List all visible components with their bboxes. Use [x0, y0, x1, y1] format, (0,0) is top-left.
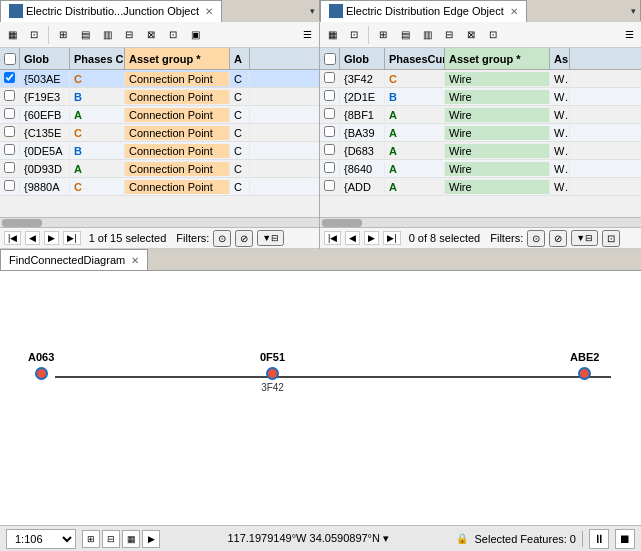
diagram-content: A063 0F51 3F42 ABE2	[0, 271, 641, 525]
left-tool-6[interactable]: ⊟	[119, 25, 139, 45]
left-hscroll[interactable]	[0, 217, 319, 227]
table-row[interactable]: {D683 A Wire Wi	[320, 142, 641, 160]
left-col-a[interactable]: A	[230, 48, 250, 69]
right-col-glob[interactable]: Glob	[340, 48, 385, 69]
coord-dropdown[interactable]: ▾	[383, 532, 389, 544]
right-filter-btn-3[interactable]: ▼⊟	[571, 230, 598, 246]
left-nav-last[interactable]: ▶|	[63, 231, 80, 245]
left-tool-9[interactable]: ▣	[185, 25, 205, 45]
left-tool-1[interactable]: ▦	[2, 25, 22, 45]
node-abe2[interactable]: ABE2	[570, 351, 599, 380]
left-tab-close[interactable]: ✕	[205, 6, 213, 17]
left-col-glob[interactable]: Glob	[20, 48, 70, 69]
table-row[interactable]: {BA39 A Wire Wi	[320, 124, 641, 142]
row-check[interactable]	[4, 108, 15, 119]
node-0f51-sublabel: 3F42	[261, 382, 284, 393]
right-tool-7[interactable]: ⊠	[461, 25, 481, 45]
table-row[interactable]: {3F42 C Wire Wi	[320, 70, 641, 88]
left-tool-menu[interactable]: ☰	[297, 25, 317, 45]
right-filter-btn-1[interactable]: ⊙	[527, 230, 545, 247]
left-tool-3[interactable]: ⊞	[53, 25, 73, 45]
right-tool-5[interactable]: ▥	[417, 25, 437, 45]
right-col-asset[interactable]: Asset group *	[445, 48, 550, 69]
row-check[interactable]	[324, 72, 335, 83]
left-tool-8[interactable]: ⊡	[163, 25, 183, 45]
right-hscroll[interactable]	[320, 217, 641, 227]
right-tab-close[interactable]: ✕	[510, 6, 518, 17]
right-tool-6[interactable]: ⊟	[439, 25, 459, 45]
left-toolbar: ▦ ⊡ ⊞ ▤ ▥ ⊟ ⊠ ⊡ ▣ ☰	[0, 22, 319, 48]
table-row[interactable]: {F19E3 B Connection Point C	[0, 88, 319, 106]
row-check[interactable]	[4, 90, 15, 101]
table-row[interactable]: {9880A C Connection Point C	[0, 178, 319, 196]
right-nav-first[interactable]: |◀	[324, 231, 341, 245]
row-check[interactable]	[324, 90, 335, 101]
right-dropdown-arrow[interactable]: ▾	[627, 6, 640, 16]
left-select-all[interactable]	[4, 53, 16, 65]
right-tool-4[interactable]: ▤	[395, 25, 415, 45]
right-tool-3[interactable]: ⊞	[373, 25, 393, 45]
left-filter-btn-2[interactable]: ⊘	[235, 230, 253, 247]
row-check[interactable]	[324, 180, 335, 191]
table-row[interactable]: {8640 A Wire Wi	[320, 160, 641, 178]
row-check[interactable]	[4, 162, 15, 173]
table-row[interactable]: {503AE C Connection Point C	[0, 70, 319, 88]
left-col-asset[interactable]: Asset group *	[125, 48, 230, 69]
row-check[interactable]	[4, 144, 15, 155]
table-row[interactable]: {2D1E B Wire Wi	[320, 88, 641, 106]
table-row[interactable]: {C135E C Connection Point C	[0, 124, 319, 142]
right-tab[interactable]: Electric Distribution Edge Object ✕	[320, 0, 527, 22]
row-check[interactable]	[324, 162, 335, 173]
left-nav-prev[interactable]: ◀	[25, 231, 40, 245]
left-tool-4[interactable]: ▤	[75, 25, 95, 45]
table-row[interactable]: {8BF1 A Wire Wi	[320, 106, 641, 124]
right-col-a[interactable]: As	[550, 48, 570, 69]
sep-bar	[582, 531, 583, 547]
right-nav-last[interactable]: ▶|	[383, 231, 400, 245]
table-row[interactable]: {ADD A Wire Wi	[320, 178, 641, 196]
row-check[interactable]	[4, 72, 15, 83]
right-filter-extra[interactable]: ⊡	[602, 230, 620, 247]
scale-select[interactable]: 1:106 1:50 1:100 1:200 1:500	[6, 529, 76, 549]
right-tool-1[interactable]: ▦	[322, 25, 342, 45]
row-check[interactable]	[324, 144, 335, 155]
left-tab[interactable]: Electric Distributio...Junction Object ✕	[0, 0, 222, 22]
row-check[interactable]	[4, 126, 15, 137]
node-0f51[interactable]: 0F51 3F42	[260, 351, 285, 393]
row-check[interactable]	[324, 108, 335, 119]
table-row[interactable]: {60EFB A Connection Point C	[0, 106, 319, 124]
right-col-phase[interactable]: PhasesCurrent	[385, 48, 445, 69]
right-tool-8[interactable]: ⊡	[483, 25, 503, 45]
status-tool-3[interactable]: ▦	[122, 530, 140, 548]
right-tool-2[interactable]: ⊡	[344, 25, 364, 45]
stop-button[interactable]: ⏹	[615, 529, 635, 549]
node-a063[interactable]: A063	[28, 351, 54, 380]
right-select-all[interactable]	[324, 53, 336, 65]
table-row[interactable]: {0D93D A Connection Point C	[0, 160, 319, 178]
right-filters-label: Filters:	[490, 232, 523, 244]
left-tool-5[interactable]: ▥	[97, 25, 117, 45]
right-nav-prev[interactable]: ◀	[345, 231, 360, 245]
diagram-tab-close[interactable]: ✕	[131, 255, 139, 266]
left-tool-7[interactable]: ⊠	[141, 25, 161, 45]
row-check[interactable]	[324, 126, 335, 137]
left-filter-btn-3[interactable]: ▼⊟	[257, 230, 284, 246]
app-status-bar: 1:106 1:50 1:100 1:200 1:500 ⊞ ⊟ ▦ ▶ 117…	[0, 525, 641, 551]
left-tool-2[interactable]: ⊡	[24, 25, 44, 45]
left-dropdown-arrow[interactable]: ▾	[306, 6, 319, 16]
left-nav-first[interactable]: |◀	[4, 231, 21, 245]
right-nav-next[interactable]: ▶	[364, 231, 379, 245]
left-col-phase[interactable]: Phases Current	[70, 48, 125, 69]
node-abe2-label: ABE2	[570, 351, 599, 363]
diagram-tab[interactable]: FindConnectedDiagram ✕	[0, 249, 148, 270]
right-tool-menu[interactable]: ☰	[619, 25, 639, 45]
right-filter-btn-2[interactable]: ⊘	[549, 230, 567, 247]
left-nav-next[interactable]: ▶	[44, 231, 59, 245]
status-tool-1[interactable]: ⊞	[82, 530, 100, 548]
table-row[interactable]: {0DE5A B Connection Point C	[0, 142, 319, 160]
status-tool-2[interactable]: ⊟	[102, 530, 120, 548]
left-filter-btn-1[interactable]: ⊙	[213, 230, 231, 247]
status-tool-4[interactable]: ▶	[142, 530, 160, 548]
row-check[interactable]	[4, 180, 15, 191]
pause-button[interactable]: ⏸	[589, 529, 609, 549]
